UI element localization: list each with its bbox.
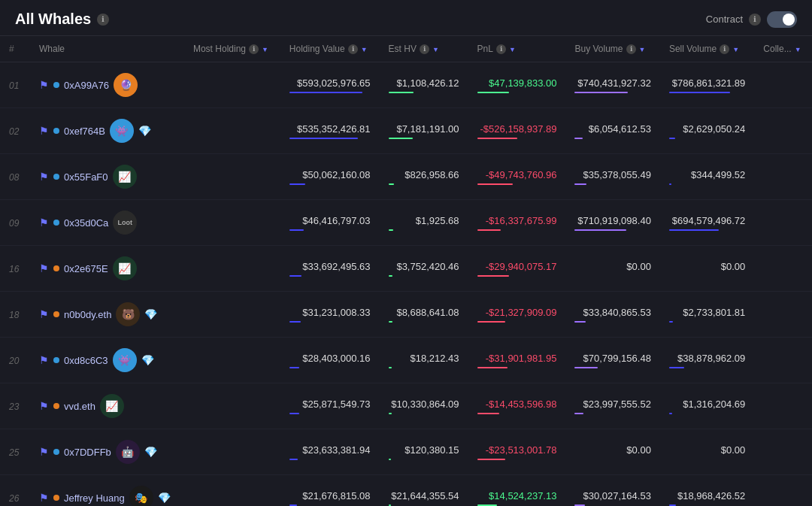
cell-num: 08 — [0, 154, 30, 200]
whale-name[interactable]: 0x35d0Ca — [64, 217, 108, 229]
whale-copy-icon[interactable]: ⚑ — [39, 79, 49, 91]
cell-holding-value: $28,403,000.16 — [280, 338, 380, 383]
whale-name[interactable]: 0x7DDFFb — [64, 447, 111, 458]
cell-est-hv: $826,958.66 — [380, 154, 468, 200]
nft-avatar: Loot — [113, 211, 137, 235]
whale-copy-icon[interactable]: ⚑ — [39, 492, 49, 504]
cell-sell-volume: $38,878,962.09 — [660, 338, 754, 383]
header-left: All Whales ℹ — [15, 11, 109, 28]
cell-buy-volume: $740,431,927.32 — [565, 62, 659, 108]
cell-most-holding — [184, 62, 280, 108]
nft-avatar: 🔮 — [114, 73, 138, 97]
cell-buy-volume: $30,027,164.53 — [565, 475, 659, 507]
nft-avatar: 👾 — [113, 348, 137, 372]
table-row[interactable]: 01 ⚑ 0xA99A76 🔮 $593,025,976.65 $1,108,4… — [0, 62, 812, 108]
cell-pnl: -$526,158,937.89 — [468, 108, 566, 154]
info-icon-contract[interactable]: ℹ — [749, 14, 761, 26]
table-row[interactable]: 25 ⚑ 0x7DDFFb 🤖 💎 $23,633,381.94 $120,38… — [0, 429, 812, 475]
whale-status-dot — [53, 449, 59, 455]
cell-pnl: $14,524,237.13 — [468, 475, 566, 507]
whale-copy-icon[interactable]: ⚑ — [39, 125, 49, 137]
cell-whale: ⚑ 0xef764B 👾 💎 — [30, 108, 184, 154]
row-number: 08 — [9, 172, 19, 183]
col-num: # — [0, 36, 30, 62]
whale-copy-icon[interactable]: ⚑ — [39, 400, 49, 412]
col-sell-volume[interactable]: Sell Volume ℹ — [660, 36, 754, 62]
cell-whale: ⚑ 0xd8c6C3 👾 💎 — [30, 338, 184, 383]
cell-holding-value: $31,231,008.33 — [280, 292, 380, 338]
col-whale: Whale — [30, 36, 184, 62]
diamond-icon: 💎 — [144, 308, 157, 320]
info-icon-bv[interactable]: ℹ — [626, 44, 636, 54]
nft-avatar: 📈 — [100, 394, 124, 418]
whale-name[interactable]: 0x55FaF0 — [64, 171, 108, 183]
whale-copy-icon[interactable]: ⚑ — [39, 446, 49, 458]
cell-whale: ⚑ 0xA99A76 🔮 — [30, 62, 184, 108]
cell-holding-value: $593,025,976.65 — [280, 62, 380, 108]
whale-name[interactable]: 0x2e675E — [64, 263, 108, 274]
table-container: # Whale Most Holding ℹ Holding Value ℹ — [0, 36, 812, 506]
table-row[interactable]: 16 ⚑ 0x2e675E 📈 $33,692,495.63 $3,752,42… — [0, 246, 812, 292]
cell-sell-volume: $0.00 — [660, 246, 754, 292]
whale-status-dot — [53, 174, 59, 180]
col-collected[interactable]: Colle... — [754, 36, 812, 62]
whale-copy-icon[interactable]: ⚑ — [39, 262, 49, 274]
col-most-holding[interactable]: Most Holding ℹ — [184, 36, 280, 62]
header: All Whales ℹ Contract ℹ — [0, 0, 812, 36]
table-row[interactable]: 18 ⚑ n0b0dy.eth 🐻 💎 $31,231,008.33 $8,68… — [0, 292, 812, 338]
table-row[interactable]: 23 ⚑ vvd.eth 📈 $25,871,549.73 $10,330,86… — [0, 383, 812, 429]
whale-copy-icon[interactable]: ⚑ — [39, 308, 49, 320]
cell-buy-volume: $70,799,156.48 — [565, 338, 659, 383]
info-icon-pnl[interactable]: ℹ — [496, 44, 506, 54]
table-row[interactable]: 26 ⚑ Jeffrey Huang 🎭 💎 $21,676,815.08 $2… — [0, 475, 812, 507]
cell-pnl: -$23,513,001.78 — [468, 429, 566, 475]
col-holding-value[interactable]: Holding Value ℹ — [280, 36, 380, 62]
info-icon-ehv[interactable]: ℹ — [420, 44, 429, 54]
table-row[interactable]: 20 ⚑ 0xd8c6C3 👾 💎 $28,403,000.16 $18,212… — [0, 338, 812, 383]
cell-collected — [754, 429, 812, 475]
cell-whale: ⚑ 0x2e675E 📈 — [30, 246, 184, 292]
row-number: 23 — [9, 401, 19, 412]
info-icon[interactable]: ℹ — [97, 14, 109, 26]
whale-copy-icon[interactable]: ⚑ — [39, 171, 49, 183]
whale-name[interactable]: 0xef764B — [64, 126, 105, 137]
whale-name[interactable]: n0b0dy.eth — [64, 309, 111, 320]
whale-name[interactable]: 0xA99A76 — [64, 80, 109, 91]
table-row[interactable]: 09 ⚑ 0x35d0Ca Loot $46,416,797.03 $1,925… — [0, 200, 812, 246]
cell-sell-volume: $2,733,801.81 — [660, 292, 754, 338]
cell-most-holding — [184, 429, 280, 475]
cell-whale: ⚑ Jeffrey Huang 🎭 💎 — [30, 475, 184, 507]
info-icon-sv[interactable]: ℹ — [720, 44, 729, 54]
whale-copy-icon[interactable]: ⚑ — [39, 354, 49, 366]
whale-status-dot — [53, 357, 59, 363]
cell-whale: ⚑ 0x55FaF0 📈 — [30, 154, 184, 200]
cell-buy-volume: $35,378,055.49 — [565, 154, 659, 200]
cell-holding-value: $535,352,426.81 — [280, 108, 380, 154]
cell-num: 25 — [0, 429, 30, 475]
row-number: 16 — [9, 264, 19, 274]
nft-avatar: 👾 — [110, 119, 134, 143]
contract-toggle[interactable] — [767, 11, 797, 28]
cell-est-hv: $10,330,864.09 — [380, 383, 468, 429]
info-icon-mh[interactable]: ℹ — [249, 44, 259, 54]
whale-name[interactable]: 0xd8c6C3 — [64, 355, 108, 366]
whale-copy-icon[interactable]: ⚑ — [39, 217, 49, 229]
col-buy-volume[interactable]: Buy Volume ℹ — [565, 36, 659, 62]
col-est-hv[interactable]: Est HV ℹ — [380, 36, 468, 62]
cell-pnl: -$14,453,596.98 — [468, 383, 566, 429]
cell-holding-value: $23,633,381.94 — [280, 429, 380, 475]
table-row[interactable]: 02 ⚑ 0xef764B 👾 💎 $535,352,426.81 $7,181… — [0, 108, 812, 154]
page-title: All Whales — [15, 11, 91, 28]
cell-buy-volume: $0.00 — [565, 429, 659, 475]
cell-num: 09 — [0, 200, 30, 246]
cell-pnl: -$16,337,675.99 — [468, 200, 566, 246]
col-pnl[interactable]: PnL ℹ — [468, 36, 566, 62]
whale-name[interactable]: vvd.eth — [64, 401, 95, 412]
whale-status-dot — [53, 311, 59, 317]
table-row[interactable]: 08 ⚑ 0x55FaF0 📈 $50,062,160.08 $826,958.… — [0, 154, 812, 200]
whale-name[interactable]: Jeffrey Huang — [64, 492, 125, 504]
whale-status-dot — [53, 495, 59, 501]
info-icon-hv[interactable]: ℹ — [348, 44, 358, 54]
cell-holding-value: $46,416,797.03 — [280, 200, 380, 246]
cell-whale: ⚑ vvd.eth 📈 — [30, 383, 184, 429]
